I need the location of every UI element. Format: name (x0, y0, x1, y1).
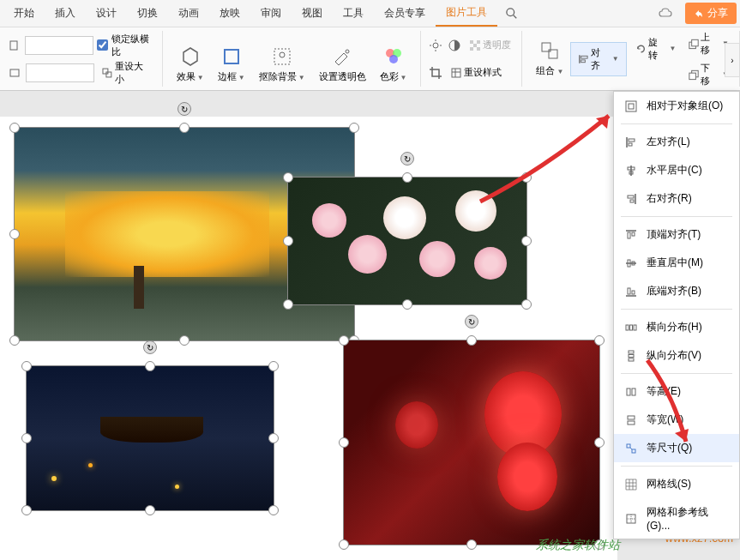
resize-handle[interactable] (339, 539, 349, 550)
menu-start[interactable]: 开始 (3, 1, 45, 26)
align-button[interactable]: 对齐 ▼ (570, 42, 626, 76)
rotate-button[interactable]: 旋转▼ (632, 34, 680, 63)
menu-align-bottom[interactable]: 底端对齐(B) (614, 277, 739, 305)
rotate-handle[interactable]: ↻ (177, 102, 191, 116)
remove-bg-button[interactable]: 抠除背景▼ (252, 43, 312, 87)
resize-handle[interactable] (283, 172, 293, 183)
resize-handle[interactable] (466, 335, 477, 346)
svg-rect-22 (470, 47, 473, 51)
svg-point-9 (346, 50, 349, 53)
menu-view[interactable]: 视图 (292, 1, 333, 26)
resize-handle[interactable] (402, 299, 412, 310)
resize-handle[interactable] (339, 437, 349, 448)
resize-handle[interactable] (268, 433, 279, 443)
menu-tools[interactable]: 工具 (333, 1, 374, 26)
ribbon-expand-button[interactable]: › (725, 43, 740, 77)
resize-handle[interactable] (179, 123, 190, 133)
menu-align-top[interactable]: 顶端对齐(T) (614, 220, 739, 249)
menu-review[interactable]: 审阅 (250, 1, 292, 26)
reset-style-label: 重设样式 (464, 66, 502, 79)
menu-align-bottom-label: 底端对齐(B) (647, 284, 701, 298)
resize-handle[interactable] (21, 505, 32, 515)
resize-handle[interactable] (339, 335, 349, 346)
rotate-handle[interactable]: ↻ (400, 152, 414, 166)
menu-align-right[interactable]: 右对齐(R) (614, 184, 739, 213)
resize-handle[interactable] (594, 335, 605, 346)
svg-rect-65 (626, 101, 636, 111)
menu-align-middle-v[interactable]: 垂直居中(M) (614, 249, 739, 277)
menu-transition[interactable]: 切换 (127, 1, 168, 26)
resize-handle[interactable] (402, 172, 412, 183)
resize-handle[interactable] (9, 229, 20, 239)
menu-relative-label: 相对于对象组(O) (647, 99, 723, 113)
selected-image-4[interactable]: ↻ (343, 340, 600, 545)
menu-equal-width[interactable]: 等宽(W) (614, 406, 739, 434)
resize-handle[interactable] (521, 236, 532, 246)
slide-area[interactable]: ↻ ↻ (0, 117, 617, 560)
brightness-icon[interactable] (428, 38, 443, 53)
selected-image-3[interactable]: ↻ (26, 365, 274, 511)
transparent-color-button[interactable]: 设置透明色 (312, 43, 373, 87)
align-top-icon (624, 228, 638, 242)
group-button[interactable]: 组合▼ (529, 37, 570, 81)
crop-icon[interactable] (428, 65, 443, 81)
menu-slideshow[interactable]: 放映 (209, 1, 250, 26)
menu-relative-to-group[interactable]: 相对于对象组(O) (614, 92, 739, 120)
effects-button[interactable]: 效果▼ (170, 43, 211, 87)
menu-align-center-h[interactable]: 水平居中(C) (614, 156, 739, 184)
resize-handle[interactable] (21, 361, 32, 371)
share-button[interactable]: 分享 (685, 3, 737, 24)
menu-insert[interactable]: 插入 (45, 1, 86, 26)
resize-handle[interactable] (9, 335, 20, 346)
resize-handle[interactable] (349, 123, 359, 133)
svg-rect-29 (581, 59, 586, 62)
menu-gridlines[interactable]: 网格线(S) (614, 470, 739, 498)
svg-rect-84 (632, 291, 635, 294)
selected-image-2[interactable]: ↻ (287, 177, 527, 305)
resize-handle[interactable] (145, 505, 155, 515)
align-dropdown-menu: 相对于对象组(O) 左对齐(L) 水平居中(C) 右对齐(R) 顶端对齐(T) … (613, 91, 740, 539)
resize-handle[interactable] (466, 539, 477, 550)
resize-handle[interactable] (521, 299, 532, 310)
rotate-handle[interactable]: ↻ (465, 315, 478, 328)
width-input[interactable] (26, 63, 94, 82)
resize-handle[interactable] (268, 361, 279, 371)
resize-handle[interactable] (594, 437, 605, 448)
menu-grid-guides[interactable]: 网格和参考线(G)... (614, 498, 739, 539)
dist-v-icon (624, 349, 638, 363)
reset-style-button[interactable]: 重设样式 (447, 64, 505, 81)
rotate-handle[interactable]: ↻ (143, 340, 157, 354)
svg-rect-5 (106, 72, 111, 77)
height-input[interactable] (25, 36, 93, 55)
resize-handle[interactable] (179, 335, 190, 346)
resize-handle[interactable] (9, 123, 20, 133)
height-icon (7, 38, 21, 53)
resize-handle[interactable] (268, 505, 279, 515)
color-button[interactable]: 色彩▼ (373, 43, 414, 87)
search-icon[interactable] (504, 6, 520, 21)
svg-rect-96 (632, 449, 635, 453)
menu-animation[interactable]: 动画 (168, 1, 209, 26)
resize-handle[interactable] (283, 236, 293, 246)
resize-handle[interactable] (521, 172, 532, 183)
menu-design[interactable]: 设计 (86, 1, 127, 26)
resize-handle[interactable] (145, 361, 155, 371)
menu-bar: 开始 插入 设计 切换 动画 放映 审阅 视图 工具 会员专享 图片工具 分享 (0, 0, 740, 27)
menu-equal-height[interactable]: 等高(E) (614, 377, 739, 406)
cloud-sync-icon[interactable] (654, 5, 678, 22)
menu-align-left[interactable]: 左对齐(L) (614, 128, 739, 156)
equal-height-icon (624, 385, 638, 399)
reset-size-label: 重设大小 (115, 60, 152, 86)
menu-member[interactable]: 会员专享 (374, 1, 436, 26)
menu-equal-size[interactable]: 等尺寸(Q) (614, 434, 739, 462)
contrast-icon[interactable] (447, 38, 462, 53)
menu-picture-tools[interactable]: 图片工具 (436, 0, 497, 27)
resize-handle[interactable] (21, 433, 32, 443)
border-button[interactable]: 边框▼ (211, 43, 252, 87)
menu-dist-h[interactable]: 横向分布(H) (614, 313, 739, 341)
lock-ratio-checkbox[interactable]: 锁定纵横比 (97, 33, 155, 58)
resize-handle[interactable] (283, 299, 293, 310)
reset-size-button[interactable]: 重设大小 (98, 58, 155, 87)
menu-dist-v[interactable]: 纵向分布(V) (614, 341, 739, 370)
transparency-button[interactable]: 透明度 (466, 37, 514, 53)
